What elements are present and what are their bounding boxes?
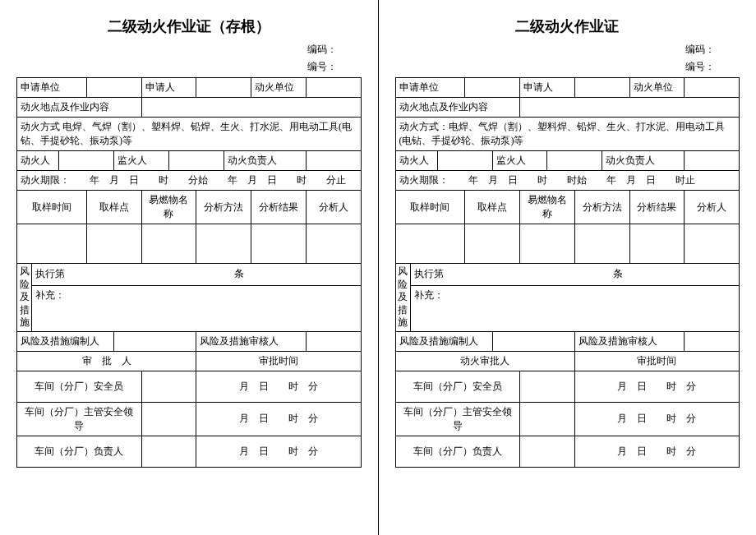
number-label-right: 编号： bbox=[395, 60, 740, 74]
approve-time-2[interactable]: 月 日 时 分 bbox=[574, 436, 739, 467]
flammable-field[interactable] bbox=[520, 224, 575, 264]
supervisor-field[interactable] bbox=[547, 151, 602, 171]
code-label-left: 编码： bbox=[16, 43, 362, 57]
analyst-header: 分析人 bbox=[306, 191, 361, 224]
risk-compiler-label: 风险及措施编制人 bbox=[395, 331, 492, 351]
sample-time-header: 取样时间 bbox=[17, 191, 87, 224]
analysis-result-field[interactable] bbox=[251, 224, 307, 264]
supplement-field[interactable]: 补充： bbox=[410, 285, 740, 331]
sample-time-field[interactable] bbox=[17, 224, 87, 264]
fire-unit-label: 动火单位 bbox=[629, 78, 685, 98]
exec-clause-pre: 执行第 bbox=[414, 268, 444, 279]
fire-responsible-field[interactable] bbox=[685, 151, 740, 171]
exec-clause-suf: 条 bbox=[613, 268, 623, 279]
analysis-result-header: 分析结果 bbox=[251, 191, 307, 224]
fire-responsible-field[interactable] bbox=[306, 151, 361, 171]
approver-sign-2[interactable] bbox=[520, 436, 575, 467]
exec-clause-pre: 执行第 bbox=[35, 268, 65, 279]
applicant-label: 申请人 bbox=[520, 78, 575, 98]
sample-point-field[interactable] bbox=[465, 224, 520, 264]
exec-clause-row: 执行第 条 bbox=[410, 264, 740, 286]
flammable-field[interactable] bbox=[141, 224, 196, 264]
risk-measures-label: 风险及措施 bbox=[17, 264, 32, 332]
apply-unit-field[interactable] bbox=[86, 78, 141, 98]
analysis-method-header: 分析方法 bbox=[574, 191, 629, 224]
applicant-label: 申请人 bbox=[141, 78, 196, 98]
analyst-field[interactable] bbox=[685, 224, 740, 264]
fire-person-field[interactable] bbox=[59, 151, 114, 171]
fire-unit-label: 动火单位 bbox=[251, 78, 307, 98]
analysis-result-field[interactable] bbox=[629, 224, 685, 264]
fire-period-text: 动火期限： 年 月 日 时 分始 年 月 日 时 分止 bbox=[17, 171, 362, 191]
analysis-result-header: 分析结果 bbox=[629, 191, 685, 224]
fire-method-text: 动火方式：电焊、气焊（割）、塑料焊、铅焊、生火、打水泥、用电动工具(电钻、手提砂… bbox=[395, 118, 740, 151]
risk-reviewer-field[interactable] bbox=[306, 331, 361, 351]
applicant-field[interactable] bbox=[196, 78, 251, 98]
risk-compiler-field[interactable] bbox=[114, 331, 196, 351]
sample-point-header: 取样点 bbox=[86, 191, 141, 224]
analysis-method-field[interactable] bbox=[196, 224, 251, 264]
approver-sign-1[interactable] bbox=[520, 402, 575, 436]
fire-unit-field[interactable] bbox=[685, 78, 740, 98]
approver-sign-2[interactable] bbox=[141, 436, 196, 467]
approver-sign-0[interactable] bbox=[141, 371, 196, 402]
approver-role-0: 车间（分厂）安全员 bbox=[395, 371, 520, 402]
fire-responsible-label: 动火负责人 bbox=[224, 151, 306, 171]
location-content-field[interactable] bbox=[520, 98, 740, 118]
approver-role-2: 车间（分厂）负责人 bbox=[17, 436, 142, 467]
permit-title-right: 二级动火作业证 bbox=[395, 16, 740, 36]
analyst-field[interactable] bbox=[306, 224, 361, 264]
approve-time-0[interactable]: 月 日 时 分 bbox=[574, 371, 739, 402]
permit-title-left: 二级动火作业证（存根） bbox=[16, 16, 362, 36]
risk-compiler-field[interactable] bbox=[492, 331, 574, 351]
apply-unit-label: 申请单位 bbox=[17, 78, 87, 98]
sample-point-header: 取样点 bbox=[465, 191, 520, 224]
approver-col-header: 审 批 人 bbox=[17, 351, 196, 371]
permit-table-right: 申请单位 申请人 动火单位 动火地点及作业内容 动火方式：电焊、气焊（割）、塑料… bbox=[395, 77, 740, 468]
location-content-label: 动火地点及作业内容 bbox=[395, 98, 520, 118]
fire-period-text: 动火期限： 年 月 日 时 时始 年 月 日 时止 bbox=[395, 171, 740, 191]
apply-unit-label: 申请单位 bbox=[395, 78, 465, 98]
permit-stub-form: 二级动火作业证（存根） 编码： 编号： 申请单位 申请人 动火单位 动火地点及作… bbox=[0, 0, 378, 535]
approve-time-1[interactable]: 月 日 时 分 bbox=[574, 402, 739, 436]
approver-sign-1[interactable] bbox=[141, 402, 196, 436]
sample-time-header: 取样时间 bbox=[395, 191, 465, 224]
approver-role-2: 车间（分厂）负责人 bbox=[395, 436, 520, 467]
location-content-field[interactable] bbox=[141, 98, 361, 118]
analyst-header: 分析人 bbox=[685, 191, 740, 224]
approve-time-col-header: 审批时间 bbox=[196, 351, 361, 371]
apply-unit-field[interactable] bbox=[465, 78, 520, 98]
fire-method-text: 动火方式 电焊、气焊（割）、塑料焊、铅焊、生火、打水泥、用电动工具(电钻、手提砂… bbox=[17, 118, 362, 151]
location-content-label: 动火地点及作业内容 bbox=[17, 98, 142, 118]
approver-role-1: 车间（分厂）主管安全领导 bbox=[395, 402, 520, 436]
approve-time-2[interactable]: 月 日 时 分 bbox=[196, 436, 361, 467]
risk-reviewer-label: 风险及措施审核人 bbox=[196, 331, 307, 351]
fire-unit-field[interactable] bbox=[306, 78, 361, 98]
sample-point-field[interactable] bbox=[86, 224, 141, 264]
analysis-method-field[interactable] bbox=[574, 224, 629, 264]
risk-reviewer-field[interactable] bbox=[685, 331, 740, 351]
risk-compiler-label: 风险及措施编制人 bbox=[17, 331, 114, 351]
approver-col-header: 动火审批人 bbox=[395, 351, 574, 371]
number-label-left: 编号： bbox=[16, 60, 362, 74]
permit-table-left: 申请单位 申请人 动火单位 动火地点及作业内容 动火方式 电焊、气焊（割）、塑料… bbox=[16, 77, 362, 468]
sample-time-field[interactable] bbox=[395, 224, 465, 264]
approver-role-1: 车间（分厂）主管安全领导 bbox=[17, 402, 142, 436]
fire-responsible-label: 动火负责人 bbox=[602, 151, 685, 171]
exec-clause-suf: 条 bbox=[234, 268, 244, 279]
fire-person-field[interactable] bbox=[437, 151, 492, 171]
supervisor-label: 监火人 bbox=[492, 151, 547, 171]
supervisor-field[interactable] bbox=[168, 151, 224, 171]
flammable-header: 易燃物名称 bbox=[520, 191, 575, 224]
approve-time-1[interactable]: 月 日 时 分 bbox=[196, 402, 361, 436]
approve-time-0[interactable]: 月 日 时 分 bbox=[196, 371, 361, 402]
flammable-header: 易燃物名称 bbox=[141, 191, 196, 224]
fire-person-label: 动火人 bbox=[17, 151, 59, 171]
approve-time-col-header: 审批时间 bbox=[574, 351, 739, 371]
permit-main-form: 二级动火作业证 编码： 编号： 申请单位 申请人 动火单位 动火地点及作业内容 … bbox=[379, 0, 757, 535]
approver-sign-0[interactable] bbox=[520, 371, 575, 402]
code-label-right: 编码： bbox=[395, 43, 740, 57]
applicant-field[interactable] bbox=[574, 78, 629, 98]
supplement-field[interactable]: 补充： bbox=[32, 285, 362, 331]
analysis-method-header: 分析方法 bbox=[196, 191, 251, 224]
